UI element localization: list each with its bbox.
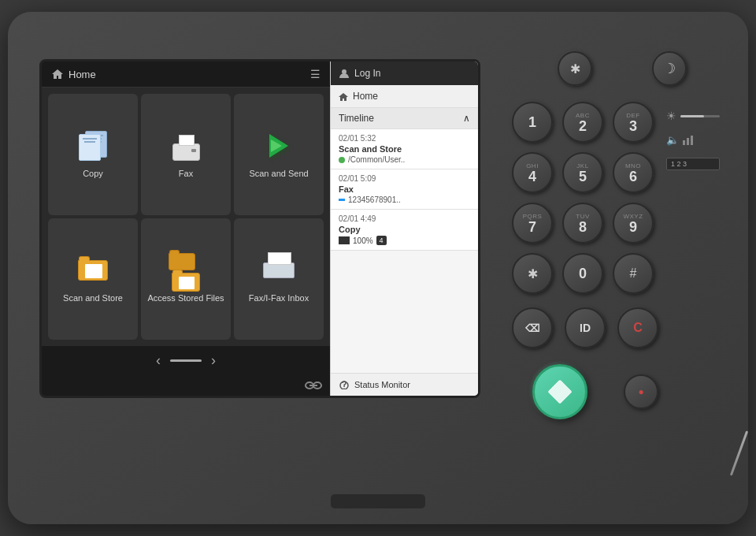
start-button[interactable] xyxy=(532,364,587,419)
device-body: Home ☰ xyxy=(8,12,748,524)
panel-home-label: Home xyxy=(353,91,378,102)
brightness-icon: ☀ xyxy=(666,110,676,122)
brightness-slider[interactable] xyxy=(680,115,720,117)
key-8[interactable]: TUV 8 xyxy=(562,203,603,244)
numpad-grid-area: 1 ABC 2 DEF 3 GHI 4 xyxy=(512,102,658,419)
copy-icon xyxy=(73,130,113,162)
key-6-num: 6 xyxy=(629,169,637,184)
key-4[interactable]: GHI 4 xyxy=(512,152,553,193)
cancel-label: C xyxy=(633,321,643,335)
key-0-num: 0 xyxy=(579,266,587,281)
next-page-button[interactable]: › xyxy=(211,352,216,369)
status-monitor[interactable]: Status Monitor xyxy=(331,373,478,396)
user-icon xyxy=(339,69,350,78)
volume-bars xyxy=(683,136,693,145)
scan-send-label: Scan and Send xyxy=(249,168,308,179)
key-2[interactable]: ABC 2 xyxy=(562,102,603,143)
numpad-full: 1 ABC 2 DEF 3 GHI 4 xyxy=(512,102,658,297)
pagination-indicator xyxy=(170,359,202,362)
link-icon xyxy=(305,380,322,391)
app-tile-scan-store[interactable]: Scan and Store xyxy=(48,218,138,340)
timeline-title-1: Fax xyxy=(339,184,470,194)
key-9-num: 9 xyxy=(629,220,637,234)
key-6[interactable]: MNO 6 xyxy=(613,152,654,193)
sleep-icon: ☽ xyxy=(663,60,676,77)
star-symbol: ✱ xyxy=(528,266,538,281)
key-3[interactable]: DEF 3 xyxy=(613,102,654,143)
key-7-num: 7 xyxy=(528,220,536,234)
key-star[interactable]: ✱ xyxy=(512,253,553,294)
access-files-icon xyxy=(166,255,206,286)
login-label: Log In xyxy=(354,68,380,79)
cancel-button[interactable]: C xyxy=(617,307,658,348)
stop-icon: ● xyxy=(638,386,643,397)
hamburger-menu[interactable]: ☰ xyxy=(310,68,321,80)
fax-icon xyxy=(166,130,206,162)
timeline-time-0: 02/01 5:32 xyxy=(339,134,470,143)
copy-detail: 100% 4 xyxy=(339,236,470,245)
svg-point-5 xyxy=(343,388,345,389)
login-header[interactable]: Log In xyxy=(331,61,478,85)
scan-store-label: Scan and Store xyxy=(63,292,123,303)
app-tile-fax[interactable]: Fax xyxy=(141,94,231,215)
id-label: ID xyxy=(580,322,591,334)
start-diamond-icon xyxy=(547,379,572,404)
numpad-wrapper: 1 ABC 2 DEF 3 GHI 4 xyxy=(512,102,732,419)
clear-icon: ⌫ xyxy=(525,322,539,334)
key-hash[interactable]: # xyxy=(613,253,654,294)
side-panel: Log In Home Timeline ∧ 02/01 5:32 Scan a… xyxy=(330,61,478,396)
status-dot-blue xyxy=(339,199,345,201)
settings-button[interactable]: ✱ xyxy=(558,51,592,86)
prev-page-button[interactable]: ‹ xyxy=(156,352,161,369)
fax-inbox-icon xyxy=(259,255,298,286)
header-left: Home xyxy=(51,69,96,80)
timeline-item-1[interactable]: 02/01 5:09 Fax 12345678901.. xyxy=(331,169,478,210)
timeline-sub-1: 12345678901.. xyxy=(339,195,470,204)
scan-send-icon xyxy=(259,130,298,162)
timeline-sub-0: /Common/User.. xyxy=(339,155,470,164)
timeline-header[interactable]: Timeline ∧ xyxy=(331,108,478,129)
screen-header: Home ☰ xyxy=(42,61,330,87)
app-tile-fax-inbox[interactable]: Fax/I-Fax Inbox xyxy=(234,218,324,340)
screen-container: Home ☰ xyxy=(39,59,480,398)
timeline-time-1: 02/01 5:09 xyxy=(339,174,470,183)
control-panel: ✱ ☽ 1 ABC 2 DEF xyxy=(512,51,732,493)
timeline-item-0[interactable]: 02/01 5:32 Scan and Store /Common/User.. xyxy=(331,129,478,169)
timeline-item-2[interactable]: 02/01 4:49 Copy 100% 4 xyxy=(331,210,478,251)
stop-button[interactable]: ● xyxy=(624,374,658,409)
key-9[interactable]: WXYZ 9 xyxy=(613,203,654,244)
home-icon xyxy=(51,69,64,80)
screen-title: Home xyxy=(69,69,96,80)
side-panel-home[interactable]: Home xyxy=(331,85,478,108)
brightness-control[interactable]: ☀ xyxy=(666,110,720,122)
access-files-label: Access Stored Files xyxy=(147,292,224,303)
timeline-collapse-icon[interactable]: ∧ xyxy=(463,113,470,124)
clear-button[interactable]: ⌫ xyxy=(512,307,553,348)
sleep-button[interactable]: ☽ xyxy=(652,51,687,86)
timeline-title-2: Copy xyxy=(339,225,470,234)
app-grid: Copy Fax xyxy=(42,87,330,346)
timeline-label: Timeline xyxy=(339,113,374,124)
timeline-time-2: 02/01 4:49 xyxy=(339,214,470,223)
app-tile-access-files[interactable]: Access Stored Files xyxy=(141,218,231,340)
key-7[interactable]: PQRS 7 xyxy=(512,203,553,244)
app-tile-scan-send[interactable]: Scan and Send xyxy=(234,94,324,215)
pagination-row: ‹ › xyxy=(42,346,330,375)
key-5[interactable]: JKL 5 xyxy=(562,152,603,193)
settings-icon: ✱ xyxy=(570,61,580,76)
key-1-num: 1 xyxy=(528,115,536,129)
volume-control[interactable]: 🔈 xyxy=(666,134,720,146)
status-dot-green xyxy=(339,157,345,163)
status-monitor-label: Status Monitor xyxy=(354,380,410,389)
key-1[interactable]: 1 xyxy=(512,102,553,143)
action-row: ⌫ ID C xyxy=(512,307,658,348)
start-stop-row: ● xyxy=(512,364,658,419)
id-button[interactable]: ID xyxy=(565,307,606,348)
app-tile-copy[interactable]: Copy xyxy=(48,94,138,215)
fax-inbox-label: Fax/I-Fax Inbox xyxy=(249,292,309,303)
key-2-num: 2 xyxy=(579,119,587,133)
key-8-num: 8 xyxy=(579,220,587,234)
timeline-title-0: Scan and Store xyxy=(339,144,470,154)
key-0[interactable]: 0 xyxy=(562,253,603,294)
bottom-bar xyxy=(42,375,330,396)
